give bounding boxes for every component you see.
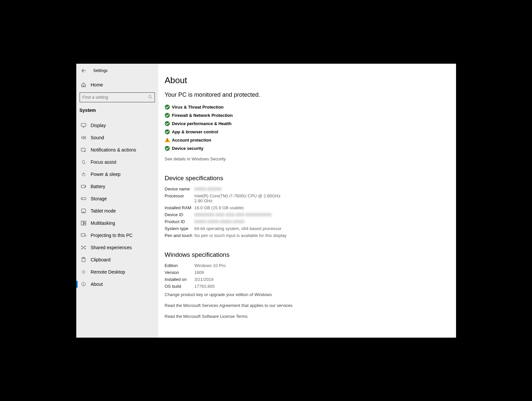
prot-label: App & browser control — [172, 129, 218, 134]
nav-storage[interactable]: Storage — [76, 193, 158, 205]
prot-devsec: Device security — [165, 144, 456, 152]
search-icon — [148, 95, 153, 99]
svg-point-16 — [81, 249, 82, 250]
nav-label: Projecting to this PC — [91, 233, 133, 238]
nav-battery[interactable]: Battery — [76, 181, 158, 193]
multitask-icon — [80, 220, 87, 226]
spec-value: XXXXXXX-XXX-XXX-XXX-XXXXXXXXX — [195, 212, 272, 217]
nav-multitask[interactable]: Multitasking — [76, 217, 158, 229]
svg-point-15 — [85, 246, 86, 247]
svg-point-14 — [81, 246, 82, 247]
svg-rect-5 — [85, 186, 86, 187]
projecting-icon — [80, 232, 87, 238]
remote-icon — [80, 269, 87, 275]
notifications-icon — [80, 147, 87, 153]
category-title: System — [76, 102, 158, 116]
spec-value: XXXX-XXXX-XXXX-XXXX — [195, 219, 245, 224]
svg-rect-11 — [84, 221, 86, 223]
info-icon — [80, 281, 87, 287]
prot-label: Firewall & Network Protection — [172, 113, 233, 118]
search-box[interactable] — [80, 92, 155, 102]
prot-virus: Virus & Threat Protection — [165, 103, 456, 111]
home-icon — [80, 82, 87, 87]
nav-focus[interactable]: Focus assist — [76, 156, 158, 168]
check-icon — [165, 105, 172, 110]
spec-value: 64-bit operating system, x64-based proce… — [195, 226, 282, 231]
svg-rect-10 — [81, 221, 83, 225]
shared-icon — [80, 245, 87, 251]
display-icon — [80, 122, 87, 128]
prot-label: Virus & Threat Protection — [172, 105, 224, 110]
spec-key: Edition — [165, 263, 195, 268]
storage-icon — [80, 196, 87, 202]
check-icon — [165, 113, 172, 118]
svg-point-17 — [85, 249, 86, 250]
nav-label: Multitasking — [91, 220, 115, 226]
sound-icon — [80, 135, 87, 141]
nav-list: Display Sound Notifications & actions Fo… — [76, 119, 158, 290]
prot-account: Account protection — [165, 136, 456, 144]
nav-projecting[interactable]: Projecting to this PC — [76, 229, 158, 242]
sidebar: Settings Home System Display — [76, 64, 158, 338]
spec-value: 17763.805 — [195, 284, 215, 289]
clipboard-icon — [80, 257, 87, 263]
msa-link[interactable]: Read the Microsoft Services Agreement th… — [165, 303, 456, 308]
nav-about[interactable]: About — [76, 278, 158, 290]
nav-label: Storage — [91, 196, 107, 201]
spec-value: 3/21/2019 — [195, 277, 214, 282]
nav-display[interactable]: Display — [76, 119, 158, 132]
prot-app: App & browser control — [165, 128, 456, 136]
nav-remote[interactable]: Remote Desktop — [76, 266, 158, 278]
prot-label: Account protection — [172, 138, 211, 143]
nav-notifications[interactable]: Notifications & actions — [76, 144, 158, 156]
warn-icon — [165, 138, 172, 142]
nav-tablet[interactable]: Tablet mode — [76, 205, 158, 217]
prot-perf: Device performance & Health — [165, 119, 456, 128]
nav-label: Sound — [91, 135, 104, 140]
device-spec-header: Device specifications — [165, 175, 456, 182]
nav-shared[interactable]: Shared experiences — [76, 242, 158, 254]
change-key-link[interactable]: Change product key or upgrade your editi… — [165, 292, 456, 297]
win-spec-header: Windows specifications — [165, 251, 456, 258]
spec-key: Processor — [165, 193, 195, 203]
svg-rect-12 — [84, 223, 86, 225]
spec-key: Pen and touch — [165, 233, 195, 238]
spec-key: Version — [165, 270, 195, 275]
svg-rect-4 — [81, 185, 85, 188]
svg-point-0 — [148, 95, 151, 98]
protection-list: Virus & Threat Protection Firewall & Net… — [165, 103, 456, 152]
win-spec-table: EditionWindows 10 Pro Version1809 Instal… — [165, 263, 456, 289]
back-button[interactable] — [80, 67, 88, 74]
nav-label: Display — [91, 123, 106, 128]
battery-icon — [80, 184, 87, 189]
license-link[interactable]: Read the Microsoft Software License Term… — [165, 314, 456, 319]
protection-subtitle: Your PC is monitored and protected. — [165, 91, 456, 98]
nav-power[interactable]: Power & sleep — [76, 168, 158, 181]
spec-value: Intel(R) Core(TM) i7-7600U CPU @ 2.80GHz… — [195, 193, 287, 203]
spec-value: Windows 10 Pro — [195, 263, 226, 268]
nav-label: About — [91, 282, 103, 287]
home-link[interactable]: Home — [76, 79, 158, 91]
spec-key: OS build — [165, 284, 195, 289]
nav-label: Focus assist — [91, 159, 117, 165]
nav-sound[interactable]: Sound — [76, 132, 158, 144]
spec-value: 16.0 GB (15.9 GB usable) — [195, 205, 244, 210]
app-title: Settings — [93, 68, 108, 73]
check-icon — [165, 129, 172, 134]
home-label: Home — [91, 82, 103, 87]
nav-label: Notifications & actions — [91, 147, 136, 152]
prot-label: Device security — [172, 146, 203, 151]
search-input[interactable] — [80, 93, 145, 102]
nav-label: Shared experiences — [91, 245, 132, 250]
page-title: About — [165, 75, 456, 85]
nav-label: Clipboard — [91, 257, 111, 262]
spec-value: XXXX-XXXXX — [195, 186, 222, 191]
svg-point-7 — [82, 198, 83, 199]
security-link[interactable]: See details in Windows Security — [165, 156, 456, 161]
nav-label: Power & sleep — [91, 172, 121, 177]
svg-rect-9 — [83, 212, 85, 213]
prot-label: Device performance & Health — [172, 121, 232, 126]
moon-icon — [80, 159, 87, 165]
content-pane: About Your PC is monitored and protected… — [158, 64, 456, 338]
nav-clipboard[interactable]: Clipboard — [76, 254, 158, 266]
